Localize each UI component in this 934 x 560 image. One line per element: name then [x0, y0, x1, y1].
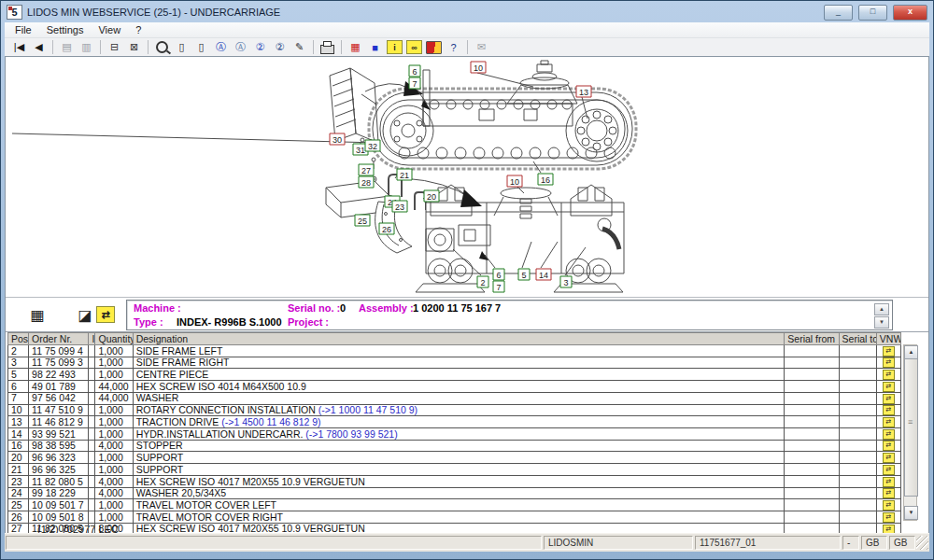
help-link-button[interactable]: ?: [445, 39, 462, 55]
search-number-button[interactable]: ②: [251, 39, 269, 55]
callout-7[interactable]: 7: [409, 77, 420, 89]
parts-diagram[interactable]: 671013303132272821242320252610162675143: [6, 57, 928, 298]
table-row[interactable]: 2196 96 3251,000SUPPORT⇄: [8, 464, 901, 476]
vnw-link-icon[interactable]: ⇄: [883, 500, 895, 511]
callout-2[interactable]: 2: [477, 276, 488, 287]
vnw-link-icon[interactable]: ⇄: [883, 382, 895, 392]
callout-25[interactable]: 25: [355, 215, 370, 226]
catalog-book-button[interactable]: [425, 39, 443, 55]
designation-link[interactable]: (->1 1000 11 47 510 9): [318, 404, 417, 415]
vnw-link-icon[interactable]: ⇄: [883, 394, 895, 404]
table-row[interactable]: 2499 18 2294,000WASHER 20,5/34X5⇄: [8, 487, 901, 499]
callout-27[interactable]: 27: [359, 164, 374, 175]
window-title: LIDOS MIN WEBSERVICE (25-1) - UNDERCARRI…: [27, 7, 818, 18]
info-button[interactable]: i: [386, 39, 403, 55]
menu-view[interactable]: View: [91, 23, 128, 36]
table-row[interactable]: 797 56 04244,000WASHER⇄: [8, 392, 901, 404]
callout-5[interactable]: 5: [518, 269, 530, 280]
vnw-link-icon[interactable]: ⇄: [883, 346, 895, 357]
table-row[interactable]: 2510 09 501 71,000TRAVEL MOTOR COVER LEF…: [8, 499, 901, 511]
bookmark-button[interactable]: ▥: [78, 39, 95, 55]
table-row[interactable]: 1311 46 812 91,000TRACTION DRIVE (->1 45…: [8, 416, 901, 428]
designation-link[interactable]: (->1 7800 93 99 521): [305, 428, 397, 440]
minimize-button[interactable]: _: [824, 5, 853, 21]
table-row[interactable]: 2096 96 3231,000SUPPORT⇄: [8, 452, 901, 464]
scroll-thumb[interactable]: [904, 358, 918, 497]
callout-3[interactable]: 3: [560, 276, 572, 287]
resize-grip[interactable]: [916, 536, 928, 550]
callout-21[interactable]: 21: [397, 169, 412, 180]
vnw-link-icon[interactable]: ⇄: [883, 417, 895, 427]
edit-note-button[interactable]: ✎: [290, 39, 308, 55]
callout-14[interactable]: 14: [536, 269, 551, 280]
vnw-link-icon[interactable]: ⇄: [883, 512, 895, 523]
callout-28[interactable]: 28: [359, 176, 374, 188]
blue-panel-button[interactable]: ■: [366, 39, 384, 55]
callout-32[interactable]: 32: [365, 140, 380, 151]
table-scrollbar[interactable]: ▲ ▼: [903, 344, 917, 521]
vnw-link-icon[interactable]: ⇄: [883, 370, 895, 380]
fit-width-button[interactable]: ▯: [192, 39, 210, 55]
mail-button[interactable]: ✉: [473, 39, 490, 55]
table-row[interactable]: 1493 99 5211,000HYDR.INSTALLATION UNDERC…: [8, 428, 901, 441]
table-row[interactable]: 598 22 4931,000CENTRE PIECE⇄: [8, 369, 901, 381]
spinner-down-icon[interactable]: ▼: [874, 316, 889, 329]
annotate-letter-button[interactable]: Ⓐ: [232, 39, 249, 55]
callout-6[interactable]: 6: [409, 65, 420, 77]
parts-list-icon[interactable]: ◪: [76, 306, 94, 324]
vnw-link-icon[interactable]: ⇄: [883, 405, 895, 415]
table-row[interactable]: 2610 09 501 81,000TRAVEL MOTOR COVER RIG…: [8, 511, 901, 524]
callout-13[interactable]: 13: [576, 86, 591, 97]
print-button[interactable]: [318, 39, 336, 55]
machine-info-bar: ▦ ◪ ⇄ Machine : Serial no. : 0 Assembly …: [6, 298, 928, 332]
vnw-link-icon[interactable]: ⇄: [883, 465, 895, 475]
maximize-button[interactable]: □: [858, 5, 887, 21]
menu-settings[interactable]: Settings: [39, 23, 92, 36]
callout-7[interactable]: 7: [493, 281, 504, 292]
nav-first-button[interactable]: |◀: [10, 39, 28, 55]
vnw-link-icon[interactable]: ⇄: [883, 429, 895, 440]
spinner-up-icon[interactable]: ▲: [874, 303, 889, 315]
search-letter-button[interactable]: Ⓐ: [212, 39, 230, 55]
callout-20[interactable]: 20: [424, 190, 439, 202]
zoom-button[interactable]: [153, 39, 171, 55]
fit-page-button[interactable]: ▯: [173, 39, 191, 55]
vnw-link-icon[interactable]: ⇄: [883, 453, 895, 463]
svg-text:10: 10: [510, 177, 519, 187]
annotate-number-button[interactable]: ②: [271, 39, 289, 55]
import-button[interactable]: ⊠: [125, 39, 143, 55]
callout-10[interactable]: 10: [471, 62, 486, 73]
parts-grid-button[interactable]: ▦: [347, 39, 364, 55]
scroll-up-icon[interactable]: ▲: [904, 345, 918, 359]
cell-serial-to: [839, 440, 876, 452]
export-button[interactable]: ⊟: [106, 39, 123, 55]
callout-26[interactable]: 26: [379, 223, 394, 234]
table-row[interactable]: 211 75 099 41,000SIDE FRAME LEFT⇄: [8, 345, 901, 357]
callout-30[interactable]: 30: [330, 133, 345, 145]
callout-6[interactable]: 6: [493, 269, 504, 280]
table-row[interactable]: 649 01 78944,000HEX SCREW ISO 4014 M64X5…: [8, 381, 901, 393]
vnw-link-icon[interactable]: ⇄: [883, 477, 895, 487]
vnw-link-icon[interactable]: ⇄: [883, 357, 895, 368]
nav-previous-button[interactable]: ◀: [30, 39, 48, 55]
close-button[interactable]: x: [893, 5, 927, 21]
linked-view-icon[interactable]: ⇄: [96, 306, 115, 323]
callout-16[interactable]: 16: [538, 174, 553, 185]
project-label: Project :: [288, 316, 329, 328]
callout-23[interactable]: 23: [392, 201, 407, 212]
callout-10[interactable]: 10: [507, 175, 522, 187]
parts-grid-icon[interactable]: ▦: [28, 306, 47, 324]
cell-vnw: ⇄: [876, 345, 900, 357]
table-row[interactable]: 1011 47 510 91,000ROTARY CONNECTION INST…: [8, 404, 901, 416]
table-row[interactable]: 311 75 099 31,000SIDE FRAME RIGHT⇄: [8, 357, 901, 369]
vnw-link-icon[interactable]: ⇄: [883, 488, 895, 498]
table-row[interactable]: 2311 82 080 54,000HEX SCREW ISO 4017 M20…: [8, 475, 901, 487]
view-glasses-button[interactable]: ∞: [405, 39, 423, 55]
vnw-link-icon[interactable]: ⇄: [883, 441, 895, 451]
menu-file[interactable]: File: [7, 23, 39, 36]
table-row[interactable]: 1698 38 5954,000STOPPER⇄: [8, 440, 901, 452]
save-view-button[interactable]: ▤: [58, 39, 76, 55]
designation-link[interactable]: (->1 4500 11 46 812 9): [221, 416, 320, 427]
menu-help[interactable]: ?: [128, 23, 149, 36]
scroll-down-icon[interactable]: ▼: [904, 506, 918, 520]
